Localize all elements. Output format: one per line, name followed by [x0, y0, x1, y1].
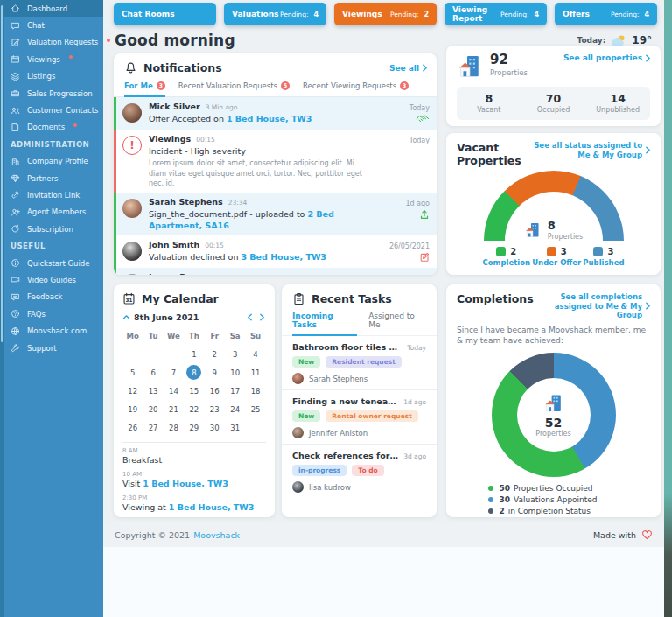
day-cell[interactable]: 17	[225, 382, 245, 400]
sidebar-item-listings[interactable]: Listings	[4, 68, 103, 85]
day-cell[interactable]: 30	[205, 418, 225, 437]
property-link[interactable]: 1 Bed House, TW3	[169, 502, 255, 512]
day-cell[interactable]: 9	[205, 363, 225, 382]
prev-month-icon[interactable]	[248, 313, 252, 321]
day-cell[interactable]: 21	[164, 400, 184, 418]
day-cell[interactable]: 28	[164, 418, 184, 437]
notification-row[interactable]: John Smith00:15 Valuation declined on 3 …	[114, 235, 437, 268]
sidebar-item-video-guides[interactable]: Video Guides	[4, 271, 103, 288]
notification-row[interactable]: James Brown23:34 uploaded pictures to 1 …	[114, 268, 437, 275]
event-item[interactable]: 2:30 PM Viewing at 1 Bed House, TW3	[122, 494, 266, 512]
sidebar-item-dashboard[interactable]: Dashboard	[4, 0, 103, 17]
brand-link[interactable]: Moovshack	[193, 530, 240, 540]
see-all-status-link[interactable]: See all status assigned to Me & My Group	[532, 141, 650, 159]
legend-under-offer[interactable]: 3 Under Offer	[532, 247, 581, 267]
day-cell[interactable]: 15	[184, 382, 204, 400]
day-cell[interactable]: 16	[205, 382, 225, 400]
sidebar-item-viewings[interactable]: Viewings	[4, 51, 103, 67]
legend-published[interactable]: 3 Published	[583, 247, 624, 267]
notification-row[interactable]: ! Viewings00:15 Incident - High severity…	[114, 130, 437, 193]
notification-body: Mick Silver3 Min ago Offer Accepted on 1…	[149, 102, 370, 125]
see-all-completions-link[interactable]: See all completions assigned to Me & My …	[534, 292, 650, 320]
notification-row[interactable]: Mick Silver3 Min ago Offer Accepted on 1…	[114, 97, 437, 130]
sidebar-item-agent-members[interactable]: Agent Members	[4, 204, 103, 221]
tab-assigned-to-me[interactable]: Assigned to Me	[368, 310, 426, 336]
day-cell[interactable]: 26	[122, 418, 143, 437]
tab-viewings[interactable]: Viewings Pending:2	[334, 3, 437, 25]
sidebar-item-documents[interactable]: Docments	[4, 119, 103, 136]
tab-offers[interactable]: Offers Pending:4	[555, 3, 657, 25]
event-time: 10 AM	[122, 471, 266, 478]
sidebar-item-invitation-link[interactable]: Invitation Link	[4, 186, 103, 203]
sidebar-item-moovshack-com[interactable]: Moovshack.com	[4, 322, 103, 339]
sidebar-item-feedback[interactable]: Feedback	[4, 289, 103, 305]
day-cell[interactable]: 6	[143, 363, 163, 382]
day-cell[interactable]: 23	[205, 400, 225, 418]
day-cell[interactable]: 29	[184, 418, 204, 437]
tab-incoming-tasks[interactable]: Incoming Tasks	[292, 310, 357, 336]
day-cell[interactable]: 18	[245, 382, 265, 400]
day-cell-selected[interactable]: 8	[184, 363, 204, 382]
tab-valuations[interactable]: Valuations Pending:4	[224, 3, 326, 25]
event-item[interactable]: 10 AM Visit 1 Bed House, TW3	[122, 471, 266, 488]
day-cell[interactable]: 20	[143, 400, 163, 418]
task-item[interactable]: Check references for new t... 3d ago in-…	[282, 445, 437, 498]
day-cell[interactable]: 3	[225, 345, 245, 363]
day-cell[interactable]: 2	[205, 345, 225, 363]
day-cell[interactable]: 14	[164, 382, 184, 400]
see-all-properties-link[interactable]: See all properties	[564, 53, 650, 62]
legend-dot	[488, 486, 494, 491]
legend-completion-status[interactable]: 2 in Completion Status	[488, 507, 620, 515]
tab-chat-rooms[interactable]: Chat Rooms	[114, 3, 216, 25]
day-cell[interactable]: 19	[122, 400, 143, 418]
see-all-link[interactable]: See all	[389, 64, 427, 73]
sidebar-item-quickstart-guide[interactable]: Quickstart Guide	[4, 255, 103, 271]
notification-text: Valuation declined on 3 Bed House, TW3	[149, 252, 370, 263]
day-cell[interactable]: 12	[122, 382, 143, 400]
next-month-icon[interactable]	[260, 313, 264, 321]
day-cell[interactable]: 4	[245, 345, 265, 363]
day-cell[interactable]: 22	[184, 400, 204, 418]
legend-valuations-appointed[interactable]: 30 Valuations Appointed	[488, 495, 620, 504]
chevron-right-icon	[423, 64, 427, 72]
sidebar-scrollbar-thumb[interactable]	[1, 5, 4, 342]
day-cell[interactable]: 7	[164, 363, 184, 382]
sidebar-item-sales-progression[interactable]: Sales Progression	[4, 85, 103, 102]
notification-date: Today	[410, 104, 430, 112]
day-cell[interactable]: 1	[184, 345, 204, 363]
tab-recent-viewing-requests[interactable]: Recent Viewing Requests 3	[303, 79, 409, 97]
sidebar-item-valuation-requests[interactable]: Valuation Requests	[4, 34, 103, 51]
sidebar-item-support[interactable]: Support	[4, 340, 103, 356]
event-item[interactable]: 8 AM Breakfast	[122, 447, 266, 465]
legend-completion[interactable]: 2 Completion	[483, 247, 531, 267]
sidebar-item-faqs[interactable]: FAQs	[4, 305, 103, 322]
day-cell[interactable]: 27	[143, 418, 163, 437]
sidebar-item-chat[interactable]: Chat	[4, 17, 103, 33]
sidebar-item-label: Customer Contacts	[27, 106, 99, 115]
day-cell[interactable]: 24	[225, 400, 245, 418]
sidebar-item-company-profile[interactable]: Company Profile	[4, 153, 103, 170]
tab-viewing-report[interactable]: Viewing Report Pending:4	[444, 3, 547, 25]
day-cell[interactable]: 25	[245, 400, 265, 418]
sidebar-item-subscription[interactable]: Subscription	[4, 221, 103, 237]
chevron-up-icon[interactable]	[122, 315, 130, 319]
tab-recent-valuation-requests[interactable]: Recent Valuation Requests 5	[178, 79, 290, 97]
day-cell[interactable]: 5	[122, 363, 143, 382]
sidebar-item-partners[interactable]: Partners	[4, 170, 103, 186]
tab-for-me[interactable]: For Me 3	[124, 79, 165, 97]
day-cell[interactable]: 11	[245, 363, 265, 382]
notification-row[interactable]: Sarah Stephens23:34 Sign_the_document.pd…	[114, 193, 437, 235]
day-cell[interactable]: 10	[225, 363, 245, 382]
property-link[interactable]: 1 Bed House, TW3	[227, 114, 312, 123]
tag-resident-request: Resident request	[326, 356, 402, 368]
task-item[interactable]: Finding a new teneant at 1... 1d ago New…	[282, 390, 437, 445]
property-link[interactable]: 1 Bed House, TW3	[143, 479, 228, 488]
day-cell[interactable]: 13	[143, 382, 163, 400]
day-cell[interactable]: 31	[225, 418, 245, 437]
day-header: Mo	[122, 326, 143, 345]
task-item[interactable]: Bathroom floor tiles brocken Today New R…	[282, 336, 437, 390]
property-link[interactable]: 3 Bed House, TW3	[241, 252, 326, 262]
sidebar-item-customer-contacts[interactable]: Customer Contacts	[4, 102, 103, 118]
legend-properties-occupied[interactable]: 50 Properties Occupied	[488, 484, 620, 493]
temperature: 19°	[632, 34, 652, 46]
